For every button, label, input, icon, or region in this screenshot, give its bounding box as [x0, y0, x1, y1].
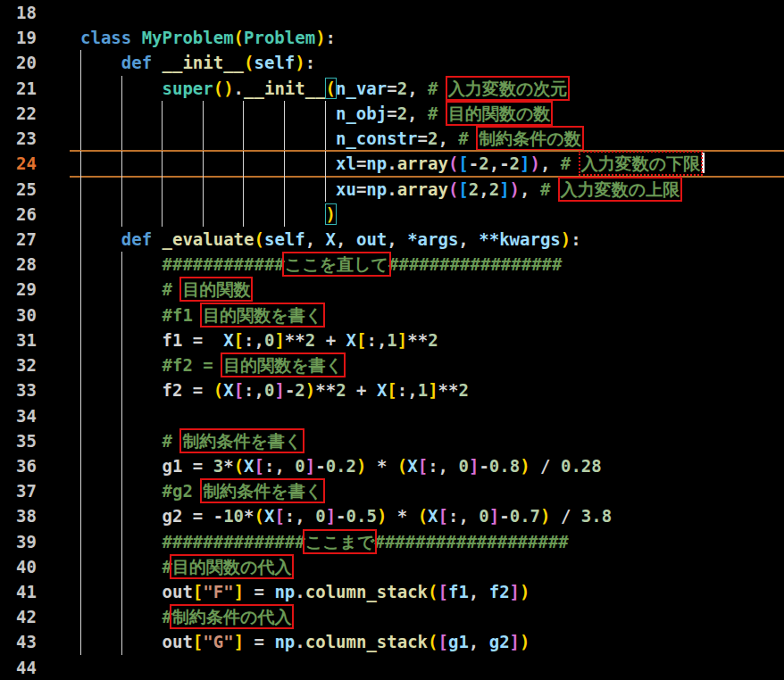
code-line-row[interactable]: 40 #目的関数の代入 — [0, 554, 784, 579]
code-text: f2 = (X[:,0]-2)**2 + X[:,1]**2 — [80, 380, 469, 400]
line-number[interactable]: 36 — [0, 453, 70, 478]
token: 0.7 — [510, 506, 540, 526]
code-line-row[interactable]: 26 ) — [0, 202, 784, 227]
line-number[interactable]: 43 — [0, 629, 70, 654]
token: :, — [428, 456, 458, 476]
line-number[interactable]: 41 — [0, 579, 70, 604]
line-number[interactable]: 34 — [0, 403, 70, 428]
line-number[interactable]: 38 — [0, 503, 70, 528]
code-line[interactable]: ############ここを直して################# — [70, 252, 784, 277]
line-number[interactable]: 29 — [0, 277, 70, 302]
code-line[interactable]: #f1 目的関数を書く — [70, 303, 784, 328]
code-line-row[interactable]: 35 # 制約条件を書く — [0, 428, 784, 453]
line-number[interactable]: 27 — [0, 227, 70, 252]
code-line[interactable]: super().__init__(n_var=2, # 入力変数の次元 — [70, 76, 784, 101]
line-number[interactable]: 19 — [0, 25, 70, 50]
line-number[interactable]: 40 — [0, 554, 70, 579]
token: super — [163, 79, 213, 98]
code-line[interactable]: def __init__(self): — [70, 50, 784, 75]
code-line-row[interactable]: 43 out["G"] = np.column_stack([g1, g2]) — [0, 629, 784, 654]
active-line-number[interactable]: 24 — [0, 151, 70, 176]
code-line[interactable] — [70, 0, 784, 25]
token: self — [264, 229, 305, 249]
line-number[interactable]: 21 — [0, 76, 70, 101]
indent-guide — [162, 126, 163, 151]
code-line-row[interactable]: 28 ############ここを直して################# — [0, 252, 784, 277]
code-text: # 制約条件を書く — [80, 431, 302, 451]
code-line[interactable]: #制約条件の代入 — [70, 604, 784, 629]
token: ( — [448, 179, 458, 199]
code-line-row[interactable]: 44 — [0, 655, 784, 680]
line-number[interactable]: 31 — [0, 328, 70, 352]
annotated-comment: 目的関数を書く — [203, 305, 322, 325]
code-line-row[interactable]: 33 f2 = (X[:,0]-2)**2 + X[:,1]**2 — [0, 377, 784, 402]
code-line-row[interactable]: 30 #f1 目的関数を書く — [0, 303, 784, 328]
line-number[interactable]: 20 — [0, 50, 70, 75]
code-line[interactable]: class MyProblem(Problem): — [70, 25, 784, 50]
code-line[interactable]: g2 = -10*(X[:, 0]-0.5) * (X[:, 0]-0.7) /… — [70, 503, 784, 528]
code-line-row[interactable]: 20 def __init__(self): — [0, 50, 784, 75]
code-line[interactable]: n_constr=2, # 制約条件の数 — [70, 126, 784, 151]
line-number[interactable]: 23 — [0, 126, 70, 151]
code-line[interactable]: # 目的関数 — [70, 277, 784, 302]
code-line-row[interactable]: 27 def _evaluate(self, X, out, *args, **… — [0, 227, 784, 252]
indent-guide — [121, 202, 122, 227]
line-number[interactable]: 26 — [0, 202, 70, 227]
code-line[interactable] — [70, 655, 784, 680]
code-line-row[interactable]: 42 #制約条件の代入 — [0, 604, 784, 629]
code-line[interactable]: g1 = 3*(X[:, 0]-0.2) * (X[:, 0]-0.8) / 0… — [70, 453, 784, 478]
code-line-row[interactable]: 24 xl=np.array([-2,-2]), # 入力変数の下限 — [0, 151, 784, 176]
code-line-row[interactable]: 36 g1 = 3*(X[:, 0]-0.2) * (X[:, 0]-0.8) … — [0, 453, 784, 478]
code-editor[interactable]: 1819class MyProblem(Problem):20 def __in… — [0, 0, 784, 680]
line-number[interactable]: 37 — [0, 478, 70, 503]
code-line[interactable] — [70, 403, 784, 428]
line-number[interactable]: 42 — [0, 604, 70, 629]
code-line[interactable]: ##############ここまで################### — [70, 529, 784, 554]
code-line[interactable]: #f2 = 目的関数を書く — [70, 352, 784, 377]
token: def — [121, 53, 163, 72]
code-line[interactable]: #g2 制約条件を書く — [70, 478, 784, 503]
code-line-row[interactable]: 29 # 目的関数 — [0, 277, 784, 302]
code-line[interactable]: n_obj=2, # 目的関数の数 — [70, 101, 784, 126]
annotated-comment: 目的関数の数 — [448, 104, 550, 123]
code-line[interactable]: ) — [70, 202, 784, 227]
code-line-row[interactable]: 21 super().__init__(n_var=2, # 入力変数の次元 — [0, 76, 784, 101]
indent-guide — [80, 529, 81, 554]
code-line[interactable]: # 制約条件を書く — [70, 428, 784, 453]
code-line-row[interactable]: 23 n_constr=2, # 制約条件の数 — [0, 126, 784, 151]
code-line-row[interactable]: 38 g2 = -10*(X[:, 0]-0.5) * (X[:, 0]-0.7… — [0, 503, 784, 528]
code-line[interactable]: f1 = X[:,0]**2 + X[:,1]**2 — [70, 328, 784, 352]
token: ( — [418, 506, 428, 526]
code-line[interactable]: xu=np.array([2,2]), # 入力変数の上限 — [70, 177, 784, 202]
code-line[interactable]: def _evaluate(self, X, out, *args, **kwa… — [70, 227, 784, 252]
code-line-row[interactable]: 31 f1 = X[:,0]**2 + X[:,1]**2 — [0, 328, 784, 352]
code-line-row[interactable]: 37 #g2 制約条件を書く — [0, 478, 784, 503]
line-number[interactable]: 44 — [0, 655, 70, 680]
line-number[interactable]: 18 — [0, 0, 70, 25]
code-line-row[interactable]: 41 out["F"] = np.column_stack([f1, f2]) — [0, 579, 784, 604]
token: 2 — [510, 153, 520, 173]
token: = — [244, 582, 274, 601]
code-line[interactable]: out["F"] = np.column_stack([f1, f2]) — [70, 579, 784, 604]
code-line[interactable]: out["G"] = np.column_stack([g1, g2]) — [70, 629, 784, 654]
line-number[interactable]: 22 — [0, 101, 70, 126]
code-line-row[interactable]: 19class MyProblem(Problem): — [0, 25, 784, 50]
indent-guide — [80, 377, 81, 402]
line-number[interactable]: 30 — [0, 303, 70, 328]
code-line-row[interactable]: 25 xu=np.array([2,2]), # 入力変数の上限 — [0, 177, 784, 202]
code-line-row[interactable]: 32 #f2 = 目的関数を書く — [0, 352, 784, 377]
code-line-row[interactable]: 39 ##############ここまで################### — [0, 529, 784, 554]
code-line-row[interactable]: 18 — [0, 0, 784, 25]
code-line[interactable]: xl=np.array([-2,-2]), # 入力変数の下限 — [70, 151, 784, 176]
code-line-row[interactable]: 34 — [0, 403, 784, 428]
code-line[interactable]: #目的関数の代入 — [70, 554, 784, 579]
indent-spaces — [80, 153, 336, 173]
line-number[interactable]: 28 — [0, 252, 70, 277]
line-number[interactable]: 32 — [0, 352, 70, 377]
code-line-row[interactable]: 22 n_obj=2, # 目的関数の数 — [0, 101, 784, 126]
line-number[interactable]: 39 — [0, 529, 70, 554]
line-number[interactable]: 25 — [0, 177, 70, 202]
code-line[interactable]: f2 = (X[:,0]-2)**2 + X[:,1]**2 — [70, 377, 784, 402]
line-number[interactable]: 35 — [0, 428, 70, 453]
line-number[interactable]: 33 — [0, 377, 70, 402]
